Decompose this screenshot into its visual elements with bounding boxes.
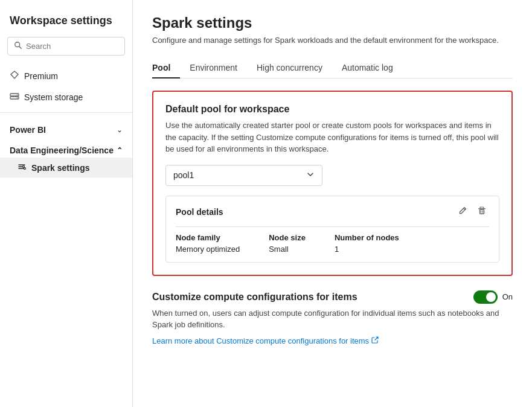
svg-point-11 xyxy=(24,168,26,170)
learn-more-link[interactable]: Learn more about Customize compute confi… xyxy=(152,336,379,345)
storage-icon xyxy=(10,91,19,103)
sidebar-section-label: Power BI xyxy=(10,125,46,135)
sidebar-item-label: Premium xyxy=(24,71,58,81)
sidebar-title: Workspace settings xyxy=(0,10,132,37)
toggle-row: On xyxy=(473,290,513,304)
node-count-value: 1 xyxy=(335,245,399,254)
sidebar-item-label: System storage xyxy=(24,92,83,102)
svg-point-10 xyxy=(23,166,25,168)
spark-settings-icon xyxy=(17,162,27,173)
node-family-value: Memory optimized xyxy=(176,245,240,254)
delete-button[interactable] xyxy=(475,205,489,219)
diamond-icon xyxy=(10,70,19,82)
tab-pool[interactable]: Pool xyxy=(152,58,180,79)
sidebar-item-spark-settings[interactable]: Spark settings xyxy=(0,158,132,178)
sidebar-subsection-data-engineering: Data Engineering/Science ⌃ xyxy=(0,139,132,158)
sidebar-section-data-engineering[interactable]: Data Engineering/Science ⌃ xyxy=(10,146,123,155)
node-count-header: Number of nodes xyxy=(335,233,399,242)
customize-toggle[interactable] xyxy=(473,290,498,304)
page-title: Spark settings xyxy=(152,14,513,31)
toggle-label: On xyxy=(502,292,513,301)
node-size-value: Small xyxy=(269,245,306,254)
sidebar-item-system-storage[interactable]: System storage xyxy=(0,86,132,107)
page-description: Configure and manage settings for Spark … xyxy=(152,35,513,46)
svg-line-1 xyxy=(19,46,22,49)
pool-details-header: Pool details xyxy=(176,205,489,219)
pool-details-columns: Node family Memory optimized Node size S… xyxy=(176,226,489,254)
pool-section: Default pool for workspace Use the autom… xyxy=(152,91,513,276)
pool-col-node-family: Node family Memory optimized xyxy=(176,233,240,254)
main-content: Spark settings Configure and manage sett… xyxy=(133,0,532,407)
tab-bar: Pool Environment High concurrency Automa… xyxy=(152,58,513,79)
tab-environment[interactable]: Environment xyxy=(180,58,247,79)
svg-marker-2 xyxy=(11,71,18,79)
svg-rect-14 xyxy=(480,210,484,214)
svg-line-12 xyxy=(464,208,466,210)
svg-rect-13 xyxy=(478,208,486,209)
chevron-up-icon: ⌃ xyxy=(117,146,123,155)
edit-button[interactable] xyxy=(455,205,470,219)
pool-details-title: Pool details xyxy=(176,207,223,217)
customize-title: Customize compute configurations for ite… xyxy=(152,292,357,303)
svg-point-6 xyxy=(17,97,18,98)
pool-col-node-count: Number of nodes 1 xyxy=(335,233,399,254)
sidebar-item-premium[interactable]: Premium xyxy=(0,65,132,86)
tab-automatic-log[interactable]: Automatic log xyxy=(332,58,403,79)
external-link-icon xyxy=(371,336,379,345)
pool-col-node-size: Node size Small xyxy=(269,233,306,254)
sidebar-item-label: Spark settings xyxy=(31,163,89,173)
customize-section: Customize compute configurations for ite… xyxy=(152,290,513,345)
customize-header: Customize compute configurations for ite… xyxy=(152,290,513,304)
pool-dropdown[interactable]: pool1 xyxy=(165,165,322,186)
search-icon xyxy=(14,41,22,51)
customize-description: When turned on, users can adjust compute… xyxy=(152,307,513,331)
pool-details-card: Pool details xyxy=(165,196,499,263)
pool-section-description: Use the automatically created starter po… xyxy=(165,120,499,155)
sidebar-section-label: Data Engineering/Science xyxy=(10,146,114,155)
learn-more-text: Learn more about Customize compute confi… xyxy=(152,336,369,345)
sidebar: Workspace settings Premium xyxy=(0,0,133,407)
node-size-header: Node size xyxy=(269,233,306,242)
search-box[interactable] xyxy=(7,37,125,56)
chevron-down-icon: ⌄ xyxy=(117,126,123,134)
sidebar-item-power-bi[interactable]: Power BI ⌄ xyxy=(0,120,132,139)
pool-dropdown-value: pool1 xyxy=(173,170,194,180)
search-input[interactable] xyxy=(26,42,118,51)
chevron-down-icon xyxy=(306,170,315,181)
node-family-header: Node family xyxy=(176,233,240,242)
pool-details-actions xyxy=(455,205,489,219)
tab-high-concurrency[interactable]: High concurrency xyxy=(247,58,332,79)
pool-section-title: Default pool for workspace xyxy=(165,104,499,115)
svg-point-5 xyxy=(17,94,18,95)
